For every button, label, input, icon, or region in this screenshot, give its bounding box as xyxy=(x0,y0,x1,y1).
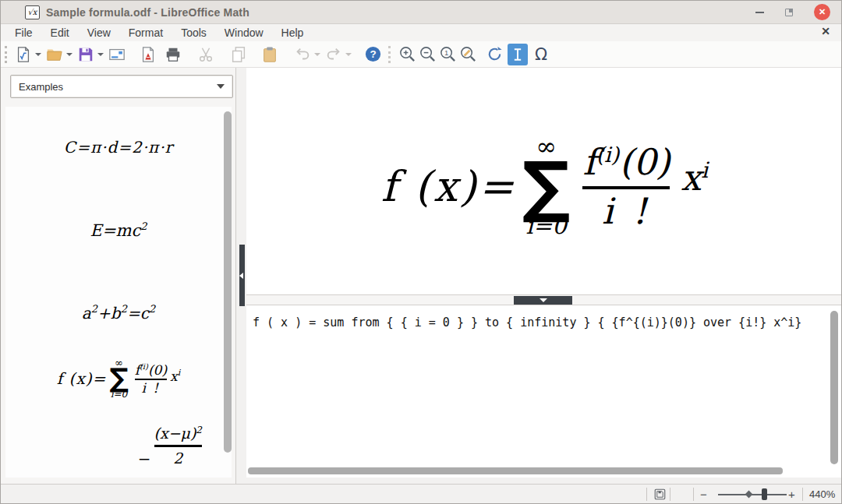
examples-list: C=π·d=2·π·r E=mc2 a2+b2=c2 f (x)= ∞ ∑ i=… xyxy=(5,107,232,478)
zoom-percentage[interactable]: 440% xyxy=(809,488,835,500)
vertical-splitter-handle[interactable] xyxy=(239,245,245,306)
horizontal-splitter-handle[interactable] xyxy=(514,296,572,305)
sum-symbol: ∑ xyxy=(109,368,128,389)
svg-text:1: 1 xyxy=(444,48,448,57)
minimize-icon[interactable] xyxy=(755,12,764,13)
new-dropdown-arrow[interactable] xyxy=(34,44,43,65)
copy-icon xyxy=(230,46,247,63)
help-icon: ? xyxy=(364,45,382,63)
menu-help[interactable]: Help xyxy=(274,26,312,39)
update-icon xyxy=(486,45,504,63)
open-folder-icon xyxy=(46,46,63,63)
export-pdf-icon xyxy=(140,46,157,63)
standard-toolbar: ? 1 xyxy=(1,41,841,68)
zoom-pan-icon xyxy=(459,45,477,63)
new-formula-button[interactable] xyxy=(13,44,34,65)
menu-file[interactable]: File xyxy=(7,26,41,39)
zoom-slider-center-mark xyxy=(745,491,753,499)
print-button[interactable] xyxy=(163,44,183,65)
zoom-slider-minus[interactable]: − xyxy=(700,488,707,501)
email-document-button[interactable] xyxy=(107,44,127,65)
new-formula-icon xyxy=(15,46,32,63)
command-editor[interactable]: f ( x ) = sum from { { i = 0 } } to { in… xyxy=(246,305,842,478)
save-dropdown-arrow[interactable] xyxy=(96,44,105,65)
paste-button[interactable] xyxy=(260,44,280,65)
vertical-splitter[interactable] xyxy=(236,68,246,485)
paste-icon xyxy=(261,46,278,63)
redo-dropdown-arrow[interactable] xyxy=(344,44,353,65)
print-icon xyxy=(165,46,182,63)
example-taylor-series[interactable]: f (x)= ∞ ∑ i=0 f(i)(0) i ! xi xyxy=(5,358,232,400)
chevron-down-icon xyxy=(540,298,547,302)
svg-text:?: ? xyxy=(370,48,376,60)
toolbar-separator xyxy=(388,46,391,63)
editor-horizontal-scrollbar[interactable] xyxy=(248,467,783,474)
zoom-in-button[interactable] xyxy=(397,44,417,65)
window-title: Sample formula.odf - LibreOffice Math xyxy=(46,6,249,19)
close-icon[interactable]: ✕ xyxy=(814,4,830,20)
close-document-icon[interactable]: ✕ xyxy=(821,25,830,37)
sidebar-scrollbar[interactable] xyxy=(224,111,232,453)
editor-vertical-scrollbar[interactable] xyxy=(830,311,838,464)
fraction-bar xyxy=(582,186,670,189)
omega-icon: Ω xyxy=(535,45,547,64)
undo-dropdown-arrow[interactable] xyxy=(313,44,322,65)
zoom-slider-plus[interactable]: + xyxy=(788,488,795,501)
cut-icon xyxy=(197,46,214,63)
elements-category-value: Examples xyxy=(19,81,63,93)
example-emc2[interactable]: E=mc2 xyxy=(5,220,232,240)
zoom-pan-button[interactable] xyxy=(458,44,478,65)
menubar: File Edit View Format Tools Window Help … xyxy=(1,24,841,41)
zoom-out-icon xyxy=(419,45,437,63)
open-button[interactable] xyxy=(44,44,65,65)
statusbar: − + 440% xyxy=(1,484,841,503)
menu-window[interactable]: Window xyxy=(217,26,271,39)
envelope-icon xyxy=(108,46,126,63)
titlebar: √x Sample formula.odf - LibreOffice Math… xyxy=(1,1,841,24)
libreoffice-math-window: √x Sample formula.odf - LibreOffice Math… xyxy=(0,0,842,504)
symbols-button[interactable]: Ω xyxy=(531,44,551,65)
zoom-100-icon: 1 xyxy=(439,45,457,63)
menu-format[interactable]: Format xyxy=(121,26,171,39)
zoom-slider-thumb[interactable] xyxy=(762,488,767,500)
cut-button[interactable] xyxy=(196,44,216,65)
command-input[interactable]: f ( x ) = sum from { { i = 0 } } to { in… xyxy=(246,305,842,330)
app-icon: √x xyxy=(25,5,40,19)
zoom-out-button[interactable] xyxy=(417,44,437,65)
chevron-down-icon xyxy=(217,84,225,89)
elements-category-select[interactable]: Examples xyxy=(10,75,233,98)
example-pythagoras[interactable]: a2+b2=c2 xyxy=(5,303,232,322)
menu-view[interactable]: View xyxy=(80,26,119,39)
elements-panel: Examples C=π·d=2·π·r E=mc2 a2+b2=c2 f (x… xyxy=(1,68,236,485)
export-pdf-button[interactable] xyxy=(138,44,158,65)
zoom-in-icon xyxy=(398,45,416,63)
rendered-formula: f (x)= ∞ ∑ i=0 f(i)(0) i ! xi xyxy=(381,134,709,240)
open-dropdown-arrow[interactable] xyxy=(65,44,74,65)
toolbar-grip[interactable] xyxy=(5,46,8,63)
formula-view: f (x)= ∞ ∑ i=0 f(i)(0) i ! xi xyxy=(246,68,842,294)
menu-edit[interactable]: Edit xyxy=(43,26,77,39)
copy-button[interactable] xyxy=(228,44,249,65)
menu-tools[interactable]: Tools xyxy=(173,26,214,39)
save-icon xyxy=(77,46,94,63)
help-button[interactable]: ? xyxy=(363,44,383,65)
main-area: f (x)= ∞ ∑ i=0 f(i)(0) i ! xi f ( x ) = … xyxy=(246,68,842,485)
undo-icon xyxy=(294,46,311,63)
save-button[interactable] xyxy=(76,44,96,65)
chevron-left-icon xyxy=(239,273,243,279)
restore-icon[interactable] xyxy=(785,9,793,16)
redo-button[interactable] xyxy=(324,44,344,65)
formula-cursor-button[interactable] xyxy=(508,44,528,65)
sum-symbol: ∑ xyxy=(522,159,571,214)
save-status-icon xyxy=(654,488,666,500)
formula-cursor-icon xyxy=(510,47,525,62)
horizontal-splitter[interactable] xyxy=(246,294,842,305)
example-gaussian-fragment[interactable]: − (x−μ)2 2 xyxy=(138,425,202,468)
fraction-bar xyxy=(154,445,202,447)
undo-button[interactable] xyxy=(292,44,313,65)
update-button[interactable] xyxy=(484,44,504,65)
redo-icon xyxy=(325,46,342,63)
example-circumference[interactable]: C=π·d=2·π·r xyxy=(5,138,232,157)
zoom-100-button[interactable]: 1 xyxy=(437,44,458,65)
